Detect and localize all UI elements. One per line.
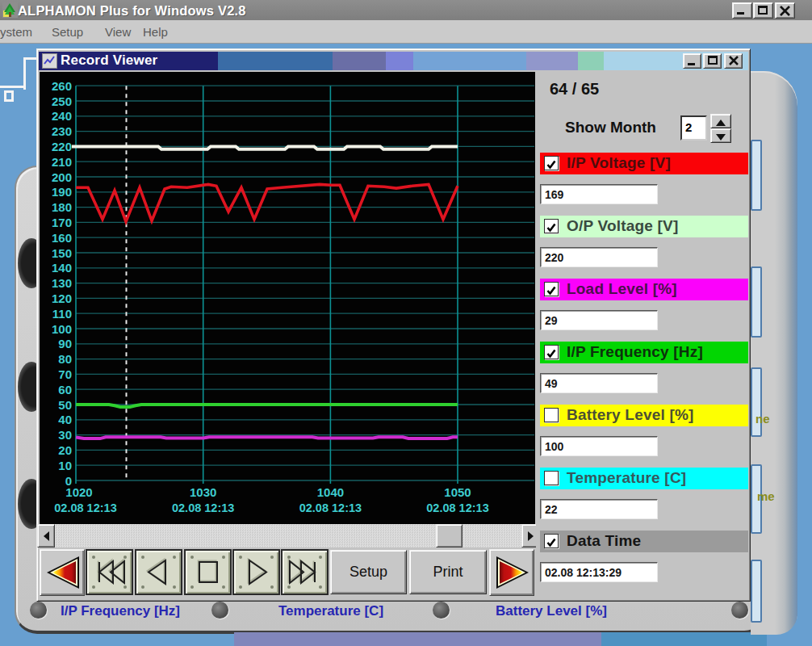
svg-text:180: 180 [52,200,72,214]
svg-text:60: 60 [58,383,72,396]
svg-text:02.08 12:13: 02.08 12:13 [426,501,488,514]
svg-text:1050: 1050 [444,485,471,499]
svg-text:120: 120 [52,292,72,305]
svg-text:20: 20 [58,443,72,457]
svg-text:02.08 12:13: 02.08 12:13 [172,501,234,514]
svg-text:140: 140 [52,261,72,275]
svg-text:1040: 1040 [317,485,344,499]
svg-text:110: 110 [52,307,72,321]
svg-text:160: 160 [52,231,72,245]
svg-text:02.08 12:13: 02.08 12:13 [299,501,362,514]
svg-text:170: 170 [52,216,72,229]
svg-text:70: 70 [58,367,72,381]
svg-text:30: 30 [58,428,72,442]
svg-text:40: 40 [58,413,72,426]
svg-text:130: 130 [52,276,72,290]
svg-text:10: 10 [58,459,72,472]
svg-text:02.08 12:13: 02.08 12:13 [54,501,116,514]
svg-text:210: 210 [52,155,72,169]
svg-text:250: 250 [52,94,72,108]
svg-text:80: 80 [58,352,72,366]
svg-text:90: 90 [58,337,72,350]
svg-text:220: 220 [52,140,72,153]
svg-text:260: 260 [52,79,72,93]
svg-text:100: 100 [52,322,72,336]
svg-text:190: 190 [52,185,72,199]
svg-text:1020: 1020 [65,485,92,499]
svg-text:230: 230 [52,124,72,138]
svg-text:150: 150 [52,246,72,260]
svg-text:1030: 1030 [190,485,216,499]
svg-text:240: 240 [52,109,72,123]
svg-text:50: 50 [58,398,72,412]
svg-text:200: 200 [52,170,72,184]
